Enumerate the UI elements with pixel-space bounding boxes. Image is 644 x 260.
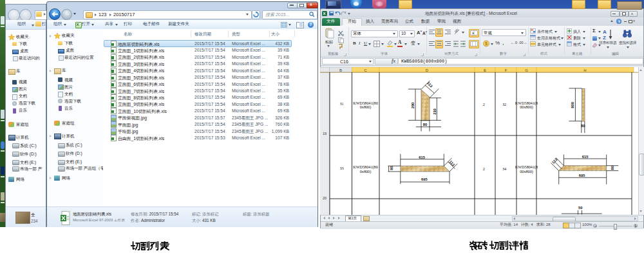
svg-text:00x800): 00x800) xyxy=(520,169,533,174)
svg-text:0x800): 0x800) xyxy=(360,169,372,174)
svg-text:31: 31 xyxy=(339,101,343,106)
svg-text:$: $ xyxy=(485,41,488,46)
svg-text:F: F xyxy=(505,68,507,72)
svg-text:0x800): 0x800) xyxy=(360,105,372,110)
svg-text:615: 615 xyxy=(419,155,425,159)
svg-text:80: 80 xyxy=(611,166,614,170)
svg-text:50: 50 xyxy=(578,206,582,210)
svg-text:Z: Z xyxy=(603,35,606,40)
svg-text:B: B xyxy=(339,68,342,72)
svg-text:2: 2 xyxy=(483,102,485,106)
svg-text:80: 80 xyxy=(581,124,585,128)
svg-text:D: D xyxy=(426,68,429,72)
svg-text:290: 290 xyxy=(411,103,415,109)
svg-text:E: E xyxy=(484,68,486,72)
svg-text:00x800): 00x800) xyxy=(520,105,533,110)
svg-text:695: 695 xyxy=(421,177,428,181)
svg-text:34: 34 xyxy=(502,166,506,171)
svg-text:H: H xyxy=(583,68,586,72)
svg-text:19: 19 xyxy=(323,132,327,135)
svg-text:32: 32 xyxy=(502,102,506,106)
svg-text:80: 80 xyxy=(390,166,393,170)
svg-text:210: 210 xyxy=(433,108,437,115)
svg-text:80: 80 xyxy=(423,123,427,126)
svg-text:615: 615 xyxy=(582,155,589,159)
svg-text:ab: ab xyxy=(454,28,460,34)
svg-text:C: C xyxy=(364,68,367,72)
svg-text:2: 2 xyxy=(483,166,485,171)
svg-text:A: A xyxy=(603,29,607,35)
svg-text:800: 800 xyxy=(571,102,575,108)
svg-text:695: 695 xyxy=(579,174,585,177)
svg-text:20: 20 xyxy=(323,196,327,200)
svg-text:33: 33 xyxy=(339,166,343,170)
svg-text:G: G xyxy=(525,68,528,72)
